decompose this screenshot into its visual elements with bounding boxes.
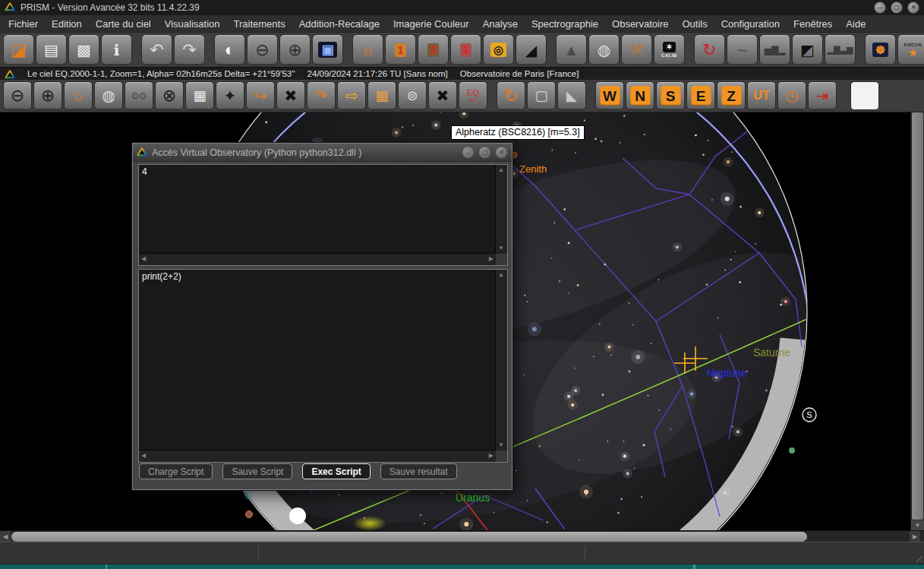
image-preview-button[interactable]: ▣ xyxy=(312,34,343,65)
sky-print-button[interactable]: ▦ xyxy=(185,81,214,110)
scroll-up-icon[interactable]: ▲ xyxy=(498,167,504,173)
dialog-close-button[interactable]: ✕ xyxy=(495,146,508,159)
sky-solar-system-button[interactable]: ⊚ xyxy=(398,81,427,110)
sky-center-button[interactable]: ✖ xyxy=(276,81,305,110)
direction-east-button[interactable]: E xyxy=(686,81,715,110)
minimize-button[interactable]: – xyxy=(874,2,886,14)
scroll-right-icon[interactable]: ▶ xyxy=(489,256,494,262)
menu-analyse[interactable]: Analyse xyxy=(476,15,525,32)
menu-traitements[interactable]: Traitements xyxy=(227,15,292,32)
menu-fichier[interactable]: Fichier xyxy=(2,15,45,32)
sauve-script-button[interactable]: Sauve Script xyxy=(222,463,292,479)
menu-imagerie-couleur[interactable]: Imagerie Couleur xyxy=(386,15,476,32)
sky-flip-button[interactable]: ↪ xyxy=(246,81,275,110)
direction-zenith-button[interactable]: Z xyxy=(717,81,746,110)
menu-outils[interactable]: Outils xyxy=(675,15,714,32)
script-input-area[interactable]: print(2+2) ▲ ▼ ◀ ▶ xyxy=(138,269,508,463)
menu-visualisation[interactable]: Visualisation xyxy=(158,15,227,32)
sky-chart-view[interactable]: Zenith9SaturneNeptuneUranusS Accès Virtu… xyxy=(0,112,924,530)
scroll-right-icon[interactable]: ▶ xyxy=(910,531,920,542)
open-image-button[interactable]: ◪ xyxy=(3,34,34,65)
info-button[interactable]: ℹ xyxy=(101,34,132,65)
sky-vertical-scrollbar-thumb[interactable] xyxy=(912,112,923,520)
dialog-maximize-button[interactable]: ▢ xyxy=(478,146,491,159)
menu-spectrographie[interactable]: Spectrographie xyxy=(525,15,605,32)
sauve-resultat-button[interactable]: Sauve resultat xyxy=(380,463,457,479)
input-vertical-scrollbar[interactable]: ▲ ▼ xyxy=(495,270,507,450)
window-titlebar[interactable]: PRISM - Version Avancée 32 bits 11.4.22.… xyxy=(0,0,924,15)
sky-rotate-button[interactable]: ↷ xyxy=(307,81,336,110)
charge-script-button[interactable]: Charge Script xyxy=(139,463,213,479)
camera-3-button[interactable]: 3 xyxy=(450,34,481,65)
sky-zoom-out-button[interactable]: ⊖ xyxy=(3,81,32,110)
pointing-scope-button[interactable]: ◢ xyxy=(516,34,547,65)
menu-fen-tres[interactable]: Fenêtres xyxy=(787,15,839,32)
sky-delete-button[interactable]: ⊗ xyxy=(155,81,184,110)
clock-button[interactable]: ◷ xyxy=(777,81,806,110)
scroll-left-icon[interactable]: ◀ xyxy=(141,453,146,459)
save-button[interactable]: ▤ xyxy=(36,34,67,65)
scroll-left-icon[interactable]: ◀ xyxy=(141,256,146,262)
slice-profile-button[interactable]: ◩ xyxy=(792,34,823,65)
observatory-remote-button[interactable]: ☸ xyxy=(865,34,896,65)
histogram-profile-button[interactable]: ▂▇▃▆ xyxy=(825,34,856,65)
filter-wheel-button[interactable]: ◎ xyxy=(483,34,514,65)
blink-button[interactable]: ↻ xyxy=(694,34,725,65)
dialog-titlebar[interactable]: Accès Virtual Observatory (Python python… xyxy=(133,144,512,162)
menu-configuration[interactable]: Configuration xyxy=(714,15,787,32)
sky-horizontal-scrollbar-thumb[interactable] xyxy=(11,532,807,542)
camera-1-button[interactable]: 1 xyxy=(385,34,416,65)
calib-button[interactable]: ✶CALIB xyxy=(654,34,685,65)
focus-button[interactable]: FOCUS★ xyxy=(897,34,924,65)
menu-addition-recalage[interactable]: Addition-Recalage xyxy=(292,15,386,32)
goto-end-button[interactable]: ⇥ xyxy=(808,81,837,110)
sky-select-button[interactable]: ▢ xyxy=(527,81,556,110)
sky-refresh-button[interactable]: ↻ xyxy=(497,81,525,110)
star-globe-button[interactable]: ◍ xyxy=(588,34,620,65)
sky-ephemeris-button[interactable]: ▦ xyxy=(367,81,396,110)
dialog-minimize-button[interactable]: – xyxy=(462,146,475,159)
scroll-down-icon[interactable]: ▼ xyxy=(498,245,504,251)
sky-horizontal-scrollbar[interactable]: ◀ ▶ xyxy=(0,530,924,542)
scroll-down-icon[interactable]: ▼ xyxy=(498,442,504,448)
undo-button[interactable]: ↶ xyxy=(141,34,172,65)
sky-vertical-scrollbar[interactable]: ▼ xyxy=(910,112,924,530)
menu-aide[interactable]: Aide xyxy=(839,15,872,32)
sky-collapse-button[interactable]: ✖ xyxy=(428,81,457,110)
sky-globe-button[interactable]: ◍ xyxy=(94,81,123,110)
sky-step-button[interactable]: ⇨ xyxy=(337,81,366,110)
output-horizontal-scrollbar[interactable]: ◀ ▶ xyxy=(139,253,496,265)
tools-wrench-button[interactable]: ⚒ xyxy=(621,34,652,65)
contrast-button[interactable]: ◐ xyxy=(214,34,245,65)
menu-observatoire[interactable]: Observatoire xyxy=(605,15,675,32)
curve-button[interactable]: ~ xyxy=(727,34,758,65)
menu-edition[interactable]: Edition xyxy=(45,15,89,32)
camera-2-button[interactable]: 2 xyxy=(418,34,449,65)
zoom-out-button[interactable]: ⊖ xyxy=(247,34,278,65)
close-button[interactable]: ✕ xyxy=(907,2,919,14)
sky-resize-button[interactable]: ✦ xyxy=(216,81,244,110)
sky-search-button[interactable]: ⊙⊙ xyxy=(125,81,153,110)
process-gear-button[interactable]: ☼ xyxy=(352,34,383,65)
direction-west-button[interactable]: W xyxy=(595,81,624,110)
redo-button[interactable]: ↷ xyxy=(174,34,205,65)
direction-south-button[interactable]: S xyxy=(656,81,685,110)
scroll-up-icon[interactable]: ▲ xyxy=(498,272,504,278)
direction-north-button[interactable]: N xyxy=(626,81,654,110)
sky-zoom-in-button[interactable]: ⊕ xyxy=(33,81,62,110)
script-output-area[interactable]: 4 ▲ ▼ ◀ ▶ xyxy=(138,164,508,266)
image-operations-button[interactable]: ▩ xyxy=(68,34,99,65)
output-vertical-scrollbar[interactable]: ▲ ▼ xyxy=(495,165,507,254)
input-horizontal-scrollbar[interactable]: ◀ ▶ xyxy=(139,450,496,462)
zoom-in-button[interactable]: ⊕ xyxy=(279,34,311,65)
sky-eq-az-button[interactable]: EQAZ xyxy=(459,81,487,110)
psf-peak-button[interactable]: ▲ xyxy=(556,34,587,65)
sky-measure-button[interactable]: ◣ xyxy=(557,81,586,110)
menu-carte-du-ciel[interactable]: Carte du ciel xyxy=(89,15,158,32)
resize-grip[interactable] xyxy=(913,553,922,562)
color-swatch[interactable] xyxy=(850,81,879,110)
maximize-button[interactable]: ▢ xyxy=(891,2,903,14)
scroll-down-icon[interactable]: ▼ xyxy=(911,520,924,530)
universal-time-button[interactable]: UT xyxy=(747,81,776,110)
exec-script-button[interactable]: Exec Script xyxy=(302,463,370,479)
